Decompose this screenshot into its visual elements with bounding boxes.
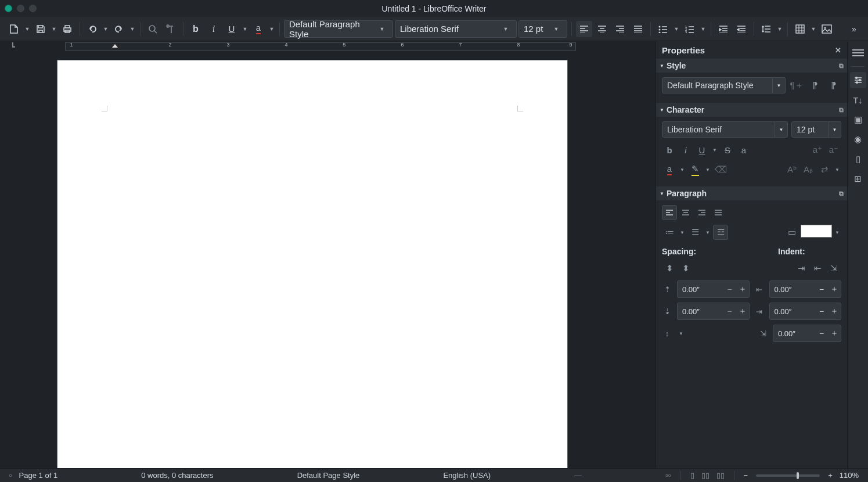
decrement-button[interactable]: − (723, 285, 736, 294)
find-icon[interactable] (145, 21, 161, 37)
status-view-book-icon[interactable]: ▯▯ (713, 471, 728, 480)
decrease-size-icon[interactable]: a⁻ (826, 142, 841, 157)
zoom-in-button[interactable]: + (824, 471, 836, 480)
new-document-icon[interactable] (6, 21, 22, 37)
increase-indent-icon[interactable]: ⇥ (794, 261, 809, 276)
redo-dropdown[interactable]: ▼ (129, 21, 136, 37)
decrease-indent-icon[interactable]: ⇤ (810, 261, 825, 276)
underline-dropdown[interactable]: ▼ (711, 142, 719, 157)
undo-dropdown[interactable]: ▼ (102, 21, 109, 37)
first-line-indent-spinner[interactable]: 0.00″ − ＋ (773, 325, 841, 342)
formatting-marks-icon[interactable] (163, 21, 179, 37)
shadow-icon[interactable]: a (736, 142, 751, 157)
increment-button[interactable]: ＋ (736, 284, 749, 294)
document-page[interactable] (57, 60, 568, 468)
tab-page-icon[interactable]: ▯ (850, 151, 866, 167)
insert-image-icon[interactable] (819, 21, 835, 37)
increase-indent-icon[interactable] (715, 21, 732, 37)
line-spacing-icon[interactable] (758, 21, 775, 37)
style-combo[interactable]: Default Paragraph Style (662, 77, 773, 93)
unordered-list-dropdown[interactable]: ▼ (678, 225, 686, 240)
hanging-indent-icon[interactable]: ⇲ (826, 261, 841, 276)
increment-button[interactable]: ＋ (828, 306, 841, 316)
detach-icon[interactable]: ⧉ (839, 190, 844, 197)
tab-properties-icon[interactable] (850, 72, 866, 88)
font-color-icon[interactable]: a (250, 21, 266, 37)
bold-icon[interactable]: b (188, 21, 204, 37)
save-dropdown[interactable]: ▼ (51, 21, 57, 37)
redo-icon[interactable] (111, 21, 127, 37)
increment-button[interactable]: ＋ (828, 328, 841, 339)
line-spacing-dropdown[interactable]: ▼ (677, 326, 685, 341)
window-close-button[interactable] (5, 5, 12, 12)
sidebar-close-icon[interactable]: ✕ (835, 46, 841, 55)
char-font-dropdown[interactable]: ▼ (775, 121, 788, 138)
align-justify-icon[interactable] (630, 21, 646, 37)
align-center-icon[interactable] (678, 205, 693, 220)
tab-styles-icon[interactable]: T↓ (850, 92, 866, 108)
align-right-icon[interactable] (694, 205, 709, 220)
sidebar-menu-icon[interactable] (850, 45, 866, 61)
update-style-icon[interactable]: ⁋ (808, 78, 823, 93)
ordered-list-icon[interactable]: ☰ (687, 225, 703, 240)
decrease-spacing-icon[interactable]: ⬍ (678, 261, 693, 276)
font-name-combo[interactable]: Liberation Serif ▼ (395, 20, 517, 38)
new-style-icon[interactable]: ¶＋ (789, 78, 804, 93)
insert-table-dropdown[interactable]: ▼ (810, 21, 817, 37)
tab-gallery-icon[interactable]: ▣ (850, 111, 866, 128)
section-header-style[interactable]: ▼ Style ⧉ (656, 59, 847, 73)
font-size-combo[interactable]: 12 pt ▼ (518, 20, 567, 38)
highlight-color-dropdown[interactable]: ▼ (704, 162, 712, 177)
char-size-dropdown[interactable]: ▼ (829, 121, 841, 138)
bg-color-swatch[interactable] (801, 225, 832, 238)
unordered-list-icon[interactable] (655, 21, 671, 37)
toolbar-overflow-icon[interactable]: » (846, 21, 862, 37)
bold-icon[interactable]: b (662, 142, 677, 157)
bg-color-icon[interactable]: ▭ (784, 225, 799, 240)
indent-after-spinner[interactable]: 0.00″ − ＋ (769, 303, 842, 320)
italic-icon[interactable]: i (678, 142, 693, 157)
char-spacing-dropdown[interactable]: ▼ (833, 162, 841, 177)
increment-button[interactable]: ＋ (736, 306, 749, 316)
undo-icon[interactable] (84, 21, 100, 37)
unordered-list-dropdown[interactable]: ▼ (673, 21, 680, 37)
detach-icon[interactable]: ⧉ (839, 106, 844, 114)
decrement-button[interactable]: − (815, 329, 828, 338)
italic-icon[interactable]: i (206, 21, 222, 37)
increase-spacing-icon[interactable]: ⬍ (662, 261, 677, 276)
window-minimize-button[interactable] (17, 5, 24, 12)
font-color-dropdown[interactable]: ▼ (268, 21, 275, 37)
increment-button[interactable]: ＋ (828, 284, 841, 294)
ordered-list-dropdown[interactable]: ▼ (704, 225, 712, 240)
strikethrough-icon[interactable]: S (720, 142, 735, 157)
clear-formatting-icon[interactable]: ⌫ (713, 162, 728, 177)
font-color-icon[interactable]: a (662, 162, 677, 177)
subscript-icon[interactable]: Aᵦ (801, 162, 816, 177)
edit-style-icon[interactable]: ⁋ (826, 78, 841, 93)
align-justify-icon[interactable] (711, 205, 726, 220)
ordered-list-dropdown[interactable]: ▼ (700, 21, 707, 37)
status-insert-mode[interactable]: — (571, 471, 585, 480)
print-icon[interactable] (59, 21, 75, 37)
decrement-button[interactable]: − (723, 307, 736, 316)
ordered-list-icon[interactable]: 123 (682, 21, 698, 37)
space-above-spinner[interactable]: 0.00″ − ＋ (677, 280, 750, 298)
align-right-icon[interactable] (612, 21, 628, 37)
decrement-button[interactable]: − (815, 285, 828, 294)
status-page-style[interactable]: Default Page Style (294, 471, 363, 480)
section-header-paragraph[interactable]: ▼ Paragraph ⧉ (656, 186, 847, 200)
status-selection-mode[interactable]: ▫▫ (662, 471, 674, 480)
space-below-spinner[interactable]: 0.00″ − ＋ (677, 303, 750, 320)
zoom-value[interactable]: 110% (836, 471, 862, 480)
char-spacing-icon[interactable]: ⇄ (817, 162, 832, 177)
status-view-single-icon[interactable]: ▯ (687, 471, 698, 480)
style-dropdown[interactable]: ▼ (773, 77, 786, 93)
paragraph-style-combo[interactable]: Default Paragraph Style ▼ (284, 20, 393, 38)
highlight-color-icon[interactable]: ✎ (687, 162, 703, 177)
char-size-combo[interactable]: 12 pt (791, 121, 829, 138)
outline-icon[interactable]: ☲ (713, 225, 728, 240)
zoom-thumb[interactable] (797, 472, 799, 479)
detach-icon[interactable]: ⧉ (839, 62, 844, 70)
window-maximize-button[interactable] (29, 5, 37, 12)
status-view-multi-icon[interactable]: ▯▯ (698, 471, 713, 480)
